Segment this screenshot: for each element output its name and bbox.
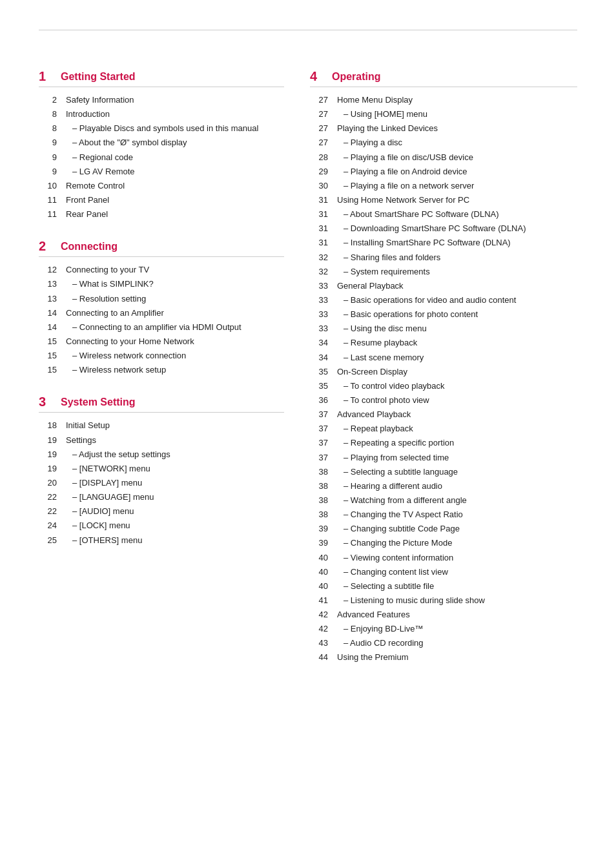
toc-page-number: 39 [310,522,328,535]
toc-page-number: 13 [39,293,57,305]
toc-page-number: 18 [39,419,57,432]
toc-page-number: 31 [310,194,328,207]
toc-item: 32– System requirements [310,265,577,278]
toc-item: 39– Changing subtitle Code Page [310,522,577,535]
toc-label: – Basic operations for photo content [337,308,478,321]
toc-page-number: 8 [39,108,57,121]
toc-label: – Repeat playback [337,422,413,435]
section-number: 2 [39,239,50,254]
toc-label: – Playing a file on disc/USB device [337,151,473,164]
toc-label: Introduction [66,108,110,121]
toc-page-number: 33 [310,294,328,307]
toc-page-number: 42 [310,623,328,635]
toc-label: – Repeating a specific portion [337,437,454,449]
toc-list: 18Initial Setup19Settings19– Adjust the … [39,419,284,546]
toc-label: – [NETWORK] menu [66,462,150,475]
toc-page-number: 40 [310,566,328,579]
toc-page-number: 8 [39,122,57,135]
toc-label: General Playback [337,280,404,293]
toc-page-number: 34 [310,351,328,364]
toc-page-number: 32 [310,265,328,278]
toc-page-number: 40 [310,580,328,593]
toc-item: 35– To control video playback [310,380,577,393]
toc-columns: 1Getting Started2Safety Information8Intr… [39,51,577,666]
toc-label: – Playing a file on Android device [337,165,467,178]
toc-label: Using Home Network Server for PC [337,194,469,207]
toc-item: 34– Last scene memory [310,351,577,364]
toc-page-number: 37 [310,451,328,464]
toc-item: 27Playing the Linked Devices [310,122,577,135]
toc-label: – Playing from selected time [337,451,449,464]
toc-page-number: 20 [39,477,57,489]
toc-item: 9– Regional code [39,151,284,164]
toc-page-number: 14 [39,321,57,334]
toc-label: Connecting to your Home Network [66,335,194,348]
toc-label: – Viewing content information [337,551,453,564]
toc-label: – What is SIMPLINK? [66,278,154,291]
toc-label: Advanced Features [337,608,410,621]
toc-item: 28– Playing a file on disc/USB device [310,151,577,164]
section-4: 4Operating27Home Menu Display27– Using [… [310,69,577,664]
toc-item: 14Connecting to an Amplifier [39,307,284,320]
section-2: 2Connecting12Connecting to your TV13– Wh… [39,239,284,376]
section-1: 1Getting Started2Safety Information8Intr… [39,69,284,221]
toc-label: – System requirements [337,265,430,278]
toc-item: 33– Basic operations for photo content [310,308,577,321]
toc-item: 19– [NETWORK] menu [39,462,284,475]
toc-item: 37– Repeat playback [310,422,577,435]
toc-label: – Installing SmartShare PC Software (DLN… [337,236,511,249]
toc-item: 10Remote Control [39,180,284,192]
toc-list: 12Connecting to your TV13– What is SIMPL… [39,263,284,376]
toc-label: – Changing content list view [337,566,448,579]
section-title-row: 1Getting Started [39,69,284,87]
toc-item: 33– Using the disc menu [310,322,577,335]
toc-item: 40– Selecting a subtitle file [310,580,577,593]
toc-page-number: 15 [39,349,57,362]
toc-item: 37– Repeating a specific portion [310,437,577,449]
section-title: Connecting [61,241,118,252]
toc-label: – Adjust the setup settings [66,448,170,461]
toc-label: – Sharing files and folders [337,251,440,264]
toc-page-number: 19 [39,462,57,475]
section-title-row: 3System Setting [39,395,284,413]
toc-page-number: 38 [310,466,328,479]
toc-label: Connecting to an Amplifier [66,307,164,320]
toc-label: Remote Control [66,180,125,192]
toc-page-number: 24 [39,519,57,532]
toc-label: – [AUDIO] menu [66,505,134,518]
toc-item: 43– Audio CD recording [310,637,577,650]
toc-page-number: 29 [310,165,328,178]
toc-item: 15– Wireless network setup [39,364,284,376]
toc-item: 11Front Panel [39,194,284,207]
toc-label: Settings [66,434,96,447]
toc-page-number: 44 [310,651,328,664]
toc-page-number: 31 [310,222,328,235]
toc-item: 38– Hearing a different audio [310,480,577,493]
toc-page-number: 31 [310,236,328,249]
toc-item: 13– Resolution setting [39,293,284,305]
toc-label: – About SmartShare PC Software (DLNA) [337,208,499,221]
toc-page-number: 27 [310,94,328,107]
section-number: 1 [39,69,50,84]
toc-item: 35On-Screen Display [310,366,577,378]
toc-label: Using the Premium [337,651,409,664]
toc-item: 12Connecting to your TV [39,263,284,276]
toc-item: 27Home Menu Display [310,94,577,107]
toc-item: 19Settings [39,434,284,447]
toc-page-number: 33 [310,280,328,293]
toc-label: – [LOCK] menu [66,519,130,532]
toc-page-number: 35 [310,366,328,378]
toc-page-number: 9 [39,165,57,178]
toc-label: – To control photo view [337,394,429,407]
toc-label: – Playable Discs and symbols used in thi… [66,122,258,135]
toc-item: 41– Listening to music during slide show [310,594,577,607]
section-title: System Setting [61,397,136,408]
toc-item: 22– [AUDIO] menu [39,505,284,518]
toc-list: 2Safety Information8Introduction8– Playa… [39,94,284,221]
toc-label: – [DISPLAY] menu [66,477,142,489]
toc-page-number: 9 [39,151,57,164]
toc-page-number: 27 [310,122,328,135]
toc-page-number: 11 [39,194,57,207]
toc-label: – Selecting a subtitle file [337,580,434,593]
toc-page-number: 12 [39,263,57,276]
